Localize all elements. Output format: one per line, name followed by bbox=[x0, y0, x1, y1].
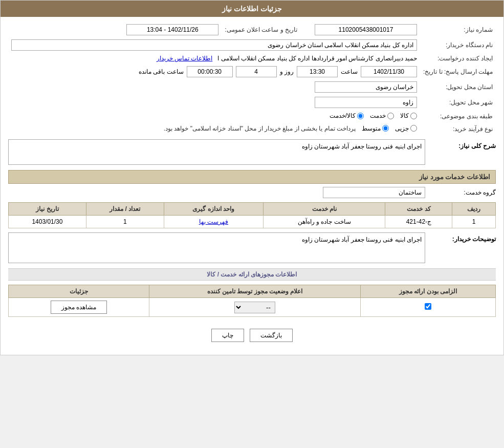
radio-jozyi-input[interactable] bbox=[410, 125, 417, 132]
category-row: کالا خدمت کالا/خدمت bbox=[8, 110, 420, 123]
radio-khadamat-input[interactable] bbox=[387, 113, 394, 119]
service-group-box: ساختمان bbox=[323, 187, 425, 198]
buyer-notes-label: توضیحات خریدار: bbox=[429, 232, 496, 243]
permits-details-cell: مشاهده مجوز bbox=[9, 298, 149, 317]
province-value: خراسان رضوی bbox=[8, 79, 420, 95]
col-service-name: نام خدمت bbox=[264, 203, 385, 216]
deadline-time-label: ساعت bbox=[341, 68, 358, 75]
services-table: ردیف کد خدمت نام خدمت واحد اندازه گیری ت… bbox=[8, 202, 496, 228]
print-button[interactable]: چاپ bbox=[211, 329, 244, 342]
info-table: شماره نیاز: 1102005438001017 تاریخ و ساع… bbox=[8, 22, 496, 135]
radio-jozyi: جزیی bbox=[395, 125, 417, 132]
announce-datetime-value: 1402/11/26 - 13:04 bbox=[8, 22, 222, 37]
deadline-day-label: روز و bbox=[280, 68, 294, 75]
permits-required-cell bbox=[361, 298, 496, 317]
city-box: زاوه bbox=[315, 97, 417, 108]
bottom-buttons: بازگشت چاپ bbox=[8, 321, 496, 350]
permits-status-cell: -- bbox=[149, 298, 360, 317]
need-date-cell: 1403/01/30 bbox=[9, 216, 86, 228]
province-box: خراسان رضوی bbox=[315, 81, 417, 93]
radio-kala-khadamat: کالا/خدمت bbox=[330, 112, 364, 119]
buyer-org-label: نام دستگاه خریدار: bbox=[420, 37, 496, 53]
creator-link[interactable]: اطلاعات تماس خریدار bbox=[157, 55, 213, 62]
page-header: جزئیات اطلاعات نیاز bbox=[1, 1, 503, 17]
announce-datetime-label: تاریخ و ساعت اعلان عمومی: bbox=[222, 22, 308, 37]
radio-kala-khadamat-input[interactable] bbox=[357, 113, 364, 119]
city-label: شهر محل تحویل: bbox=[420, 95, 496, 110]
need-number-box: 1102005438001017 bbox=[315, 24, 417, 35]
creator-value: حمید دبیرانصاری کارشناس امور قراردادها ا… bbox=[8, 53, 420, 64]
service-group-label: گروه خدمت: bbox=[429, 189, 496, 196]
service-name-cell: ساخت جاده و راه‌آهن bbox=[264, 216, 385, 228]
radio-kala-label: کالا bbox=[400, 112, 409, 119]
deadline-label: مهلت ارسال پاسخ: تا تاریخ: bbox=[420, 64, 496, 79]
row-number: 1 bbox=[452, 216, 496, 228]
col-row: ردیف bbox=[452, 203, 496, 216]
radio-kala-khadamat-label: کالا/خدمت bbox=[330, 112, 356, 119]
radio-jozyi-label: جزیی bbox=[395, 125, 409, 132]
need-number-value: 1102005438001017 bbox=[308, 22, 420, 37]
unit-cell: فهرست بها bbox=[164, 216, 263, 228]
service-group-value: ساختمان bbox=[8, 187, 425, 198]
radio-khadamat-label: خدمت bbox=[370, 112, 386, 119]
table-row: 1 ج-42-421 ساخت جاده و راه‌آهن فهرست بها… bbox=[9, 216, 496, 228]
col-unit: واحد اندازه گیری bbox=[164, 203, 263, 216]
buyer-org-value: اداره کل بنیاد مسکن انقلاب اسلامی استان … bbox=[8, 37, 420, 53]
radio-kala-input[interactable] bbox=[410, 113, 417, 119]
creator-label: ایجاد کننده درخواست: bbox=[420, 53, 496, 64]
category-label: طبقه بندی موضوعی: bbox=[420, 110, 496, 123]
purchase-type-label: نوع فرآیند خرید: bbox=[420, 123, 496, 136]
buyer-notes-value: اجرای ابنیه فنی روستا جعفر آباد شهرستان … bbox=[8, 232, 425, 263]
buyer-notes-area: اجرای ابنیه فنی روستا جعفر آباد شهرستان … bbox=[8, 232, 425, 263]
need-desc-box: اجرای ابنیه فنی روستا جعفر آباد شهرستان … bbox=[8, 139, 425, 165]
back-button[interactable]: بازگشت bbox=[250, 329, 293, 342]
permits-required-checkbox[interactable] bbox=[425, 303, 431, 310]
service-code-cell: ج-42-421 bbox=[385, 216, 452, 228]
province-label: استان محل تحویل: bbox=[420, 79, 496, 95]
view-permit-button[interactable]: مشاهده مجوز bbox=[51, 301, 107, 314]
radio-motevaset-input[interactable] bbox=[382, 125, 389, 132]
unit-link[interactable]: فهرست بها bbox=[199, 218, 228, 225]
quantity-cell: 1 bbox=[86, 216, 164, 228]
col-quantity: تعداد / مقدار bbox=[86, 203, 164, 216]
purchase-type-row: جزیی متوسط پرداخت تمام یا بخشی از مبلغ خ… bbox=[8, 123, 420, 136]
radio-motevaset-label: متوسط bbox=[362, 125, 381, 132]
city-value: زاوه bbox=[8, 95, 420, 110]
radio-khadamat: خدمت bbox=[370, 112, 394, 119]
purchase-desc: پرداخت تمام یا بخشی از مبلغ خریدار از مح… bbox=[164, 125, 356, 132]
page-title: جزئیات اطلاعات نیاز bbox=[222, 5, 282, 13]
col-need-date: تاریخ نیاز bbox=[9, 203, 86, 216]
deadline-date-box: 1402/11/30 bbox=[361, 66, 417, 77]
need-desc-value: اجرای ابنیه فنی روستا جعفر آباد شهرستان … bbox=[8, 139, 425, 165]
deadline-remaining-box: 00:00:30 bbox=[187, 66, 233, 77]
need-number-label: شماره نیاز: bbox=[420, 22, 496, 37]
col-permits-details: جزئیات bbox=[9, 285, 149, 298]
deadline-time-box: 13:30 bbox=[297, 66, 338, 77]
permits-table: الزامی بودن ارائه مجوز اعلام وضعیت مجوز … bbox=[8, 285, 496, 317]
services-section-title: اطلاعات خدمات مورد نیاز bbox=[8, 170, 496, 184]
buyer-org-box: اداره کل بنیاد مسکن انقلاب اسلامی استان … bbox=[11, 39, 417, 51]
deadline-remaining-label: ساعت باقی مانده bbox=[139, 68, 184, 75]
col-permits-required: الزامی بودن ارائه مجوز bbox=[361, 285, 496, 298]
radio-motevaset: متوسط bbox=[362, 125, 389, 132]
deadline-days-box: 4 bbox=[236, 66, 277, 77]
deadline-row: 1402/11/30 ساعت 13:30 روز و 4 00:00:30 bbox=[8, 64, 420, 79]
permits-status-select[interactable]: -- bbox=[234, 302, 275, 313]
announce-datetime-box: 1402/11/26 - 13:04 bbox=[126, 24, 218, 35]
col-permits-status: اعلام وضعیت مجوز توسط تامین کننده bbox=[149, 285, 360, 298]
col-service-code: کد خدمت bbox=[385, 203, 452, 216]
radio-kala: کالا bbox=[400, 112, 417, 119]
need-desc-label: شرح کلی نیاز: bbox=[429, 139, 496, 150]
permits-section-title: اطلاعات مجوزهای ارائه خدمت / کالا bbox=[8, 268, 496, 281]
permits-row: -- مشاهده مجوز bbox=[9, 298, 496, 317]
